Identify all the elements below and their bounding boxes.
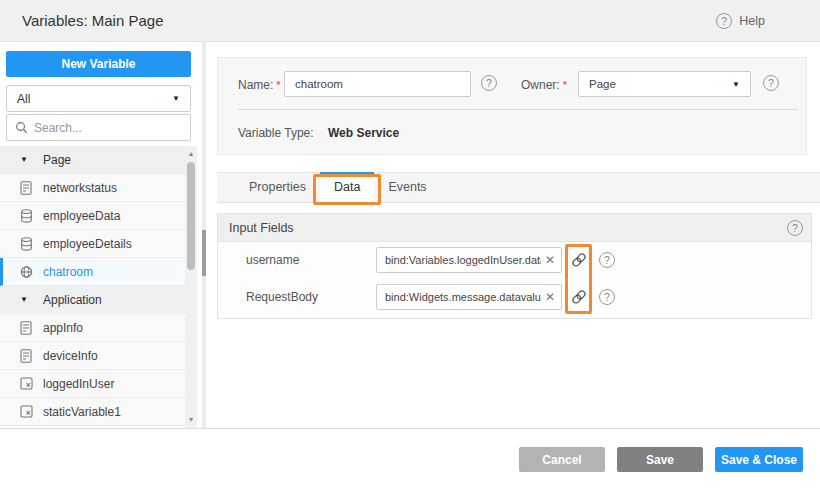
- active-tab-indicator: [320, 172, 374, 175]
- device-variable-icon: [20, 321, 33, 335]
- clear-binding-icon[interactable]: ✕: [542, 252, 558, 268]
- input-fields-help-icon[interactable]: ?: [787, 220, 803, 236]
- bind-expression-input[interactable]: [377, 285, 561, 309]
- static-variable-icon: [20, 377, 33, 390]
- bind-expression-field[interactable]: ✕: [376, 284, 562, 310]
- tree-item-chatroom[interactable]: chatroom: [0, 258, 197, 286]
- variables-sidebar: New Variable All ▼ ▼ Page networkstatus …: [0, 42, 202, 428]
- tab-events[interactable]: Events: [374, 173, 440, 202]
- name-label: Name:*: [238, 78, 281, 92]
- variable-type-value: Web Service: [328, 126, 399, 140]
- owner-select[interactable]: Page ▼: [578, 71, 751, 97]
- chevron-down-icon: ▼: [172, 94, 180, 103]
- variable-tree: ▼ Page networkstatus employeeData employ…: [0, 146, 197, 426]
- variable-summary-panel: Name:* ? Owner:* Page ▼ ? Variable Type:…: [217, 57, 807, 155]
- cancel-button[interactable]: Cancel: [519, 447, 605, 472]
- tab-data[interactable]: Data: [320, 173, 374, 202]
- bind-link-icon[interactable]: [571, 289, 587, 305]
- device-variable-icon: [20, 181, 33, 195]
- owner-selected-value: Page: [589, 78, 616, 90]
- input-fields-header: Input Fields ?: [218, 214, 811, 242]
- form-divider: [238, 109, 798, 110]
- filter-selected-value: All: [17, 92, 30, 106]
- tree-group-label: Application: [43, 293, 102, 307]
- tree-group-page[interactable]: ▼ Page: [0, 146, 197, 174]
- name-help-icon[interactable]: ?: [481, 75, 497, 91]
- save-button[interactable]: Save: [617, 447, 703, 472]
- sidebar-scrollbar-thumb[interactable]: [187, 162, 195, 270]
- footer-divider: [0, 428, 820, 429]
- panel-divider: [202, 42, 206, 428]
- caret-down-icon: ▼: [20, 295, 33, 304]
- tree-group-label: Page: [43, 153, 71, 167]
- field-help-icon[interactable]: ?: [599, 289, 615, 305]
- help-label: Help: [739, 14, 765, 28]
- caret-down-icon: ▼: [20, 155, 33, 164]
- search-input[interactable]: [34, 121, 189, 135]
- tree-item-deviceInfo[interactable]: deviceInfo: [0, 342, 197, 370]
- tree-item-staticVariable1[interactable]: staticVariable1: [0, 398, 197, 426]
- bind-link-icon[interactable]: [571, 252, 587, 268]
- tree-item-label: employeeData: [43, 209, 120, 223]
- title-bar: Variables: Main Page ? Help: [0, 0, 820, 42]
- main-scrollbar-thumb[interactable]: [202, 230, 206, 276]
- database-variable-icon: [20, 209, 33, 223]
- tree-group-application[interactable]: ▼ Application: [0, 286, 197, 314]
- tree-item-label: staticVariable1: [43, 405, 121, 419]
- field-label: RequestBody: [246, 290, 318, 304]
- database-variable-icon: [20, 237, 33, 251]
- variable-search[interactable]: [6, 114, 191, 141]
- bind-expression-input[interactable]: [377, 248, 561, 272]
- editor-tabbar: Properties Data Events: [217, 172, 820, 203]
- scroll-down-icon[interactable]: ▼: [185, 414, 197, 426]
- tree-item-label: deviceInfo: [43, 349, 98, 363]
- tree-item-label: appInfo: [43, 321, 83, 335]
- new-variable-button[interactable]: New Variable: [6, 51, 191, 77]
- tree-item-label: networkstatus: [43, 181, 117, 195]
- variable-filter-select[interactable]: All ▼: [6, 85, 191, 112]
- variable-editor: Name:* ? Owner:* Page ▼ ? Variable Type:…: [217, 42, 820, 428]
- field-label: username: [246, 253, 299, 267]
- input-fields-panel: Input Fields ? username ✕ ? RequestBody …: [217, 213, 812, 319]
- scroll-up-icon[interactable]: ▲: [185, 148, 197, 160]
- static-variable-icon: [20, 405, 33, 418]
- tree-item-employeeDetails[interactable]: employeeDetails: [0, 230, 197, 258]
- input-fields-title: Input Fields: [229, 221, 294, 235]
- field-help-icon[interactable]: ?: [599, 252, 615, 268]
- help-icon: ?: [716, 13, 732, 29]
- web-service-variable-icon: [20, 265, 33, 279]
- owner-label: Owner:*: [521, 78, 567, 92]
- variable-type-label: Variable Type:: [238, 126, 314, 140]
- save-and-close-button[interactable]: Save & Close: [715, 447, 803, 472]
- tree-item-employeeData[interactable]: employeeData: [0, 202, 197, 230]
- help-link[interactable]: ? Help: [716, 0, 765, 42]
- required-marker: *: [276, 79, 280, 91]
- name-field[interactable]: [284, 71, 471, 97]
- tree-item-label: employeeDetails: [43, 237, 132, 251]
- page-title: Variables: Main Page: [22, 0, 163, 42]
- bind-expression-field[interactable]: ✕: [376, 247, 562, 273]
- tree-item-label: loggedInUser: [43, 377, 114, 391]
- tree-item-label: chatroom: [43, 265, 93, 279]
- device-variable-icon: [20, 349, 33, 363]
- tab-properties[interactable]: Properties: [235, 173, 320, 202]
- required-marker: *: [563, 79, 567, 91]
- clear-binding-icon[interactable]: ✕: [542, 289, 558, 305]
- chevron-down-icon: ▼: [732, 80, 740, 89]
- tree-item-appInfo[interactable]: appInfo: [0, 314, 197, 342]
- owner-help-icon[interactable]: ?: [763, 75, 779, 91]
- search-icon: [15, 121, 28, 134]
- tree-item-networkstatus[interactable]: networkstatus: [0, 174, 197, 202]
- tree-item-loggedInUser[interactable]: loggedInUser: [0, 370, 197, 398]
- sidebar-scrollbar[interactable]: ▲ ▼: [185, 146, 197, 428]
